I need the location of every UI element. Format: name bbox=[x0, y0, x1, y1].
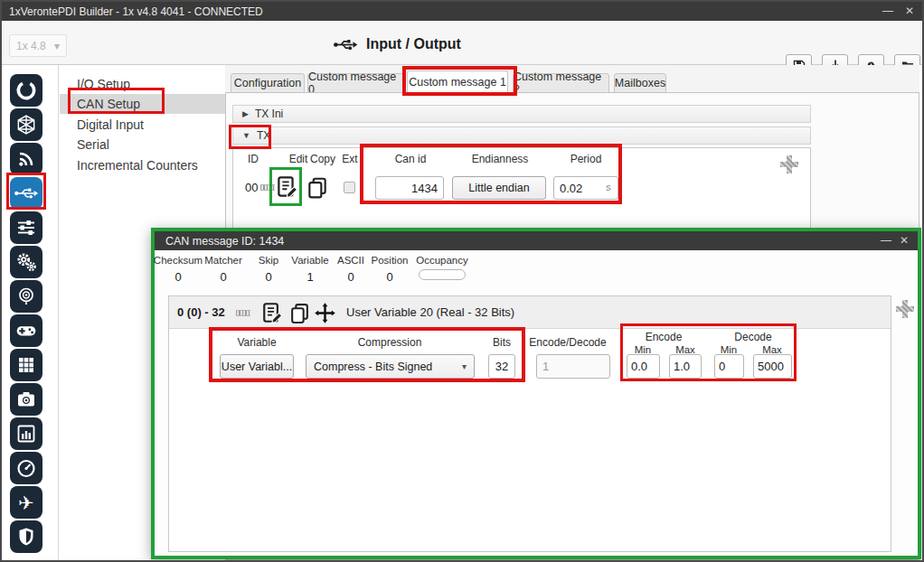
sidebar-item-camera[interactable] bbox=[10, 383, 42, 416]
sidebar-item-telemetry-viewer[interactable] bbox=[10, 417, 42, 450]
nav-item-io-setup[interactable]: I/O Setup bbox=[60, 74, 225, 94]
tab-mailboxes[interactable]: Mailboxes bbox=[614, 73, 666, 93]
section-tx-ini[interactable]: ▶ TX Ini bbox=[232, 105, 811, 123]
ext-checkbox[interactable] bbox=[344, 182, 355, 193]
sidebar-item-safety[interactable] bbox=[10, 520, 42, 553]
version-dropdown[interactable]: 1x 4.8 ▾ bbox=[9, 34, 67, 57]
sidebar-item-hil[interactable] bbox=[10, 452, 42, 484]
edit-icon bbox=[276, 173, 300, 201]
compression-select[interactable]: Compress - Bits Signed ▾ bbox=[306, 354, 475, 379]
edit-button[interactable] bbox=[276, 173, 300, 204]
usb-title-icon bbox=[333, 37, 358, 52]
encode-decode-label: Encode/Decode bbox=[529, 336, 606, 349]
compression-label: Compression bbox=[358, 336, 422, 349]
encode-min-input[interactable] bbox=[627, 354, 660, 379]
tab-custom-message-1[interactable]: Custom message 1 bbox=[407, 70, 508, 93]
decode-min-input[interactable] bbox=[714, 354, 744, 379]
can-id-input[interactable] bbox=[375, 176, 444, 200]
rss-icon bbox=[15, 148, 37, 170]
sidebar-item-telemetry[interactable] bbox=[10, 143, 42, 175]
stat-ascii-label: ASCII bbox=[337, 255, 364, 266]
window-minimize-icon[interactable]: — bbox=[877, 2, 899, 21]
copy-button[interactable] bbox=[306, 175, 329, 203]
sidebar-item-blocks[interactable] bbox=[10, 349, 42, 381]
endianness-button[interactable]: Little endian bbox=[452, 176, 546, 200]
variable-label: Variable bbox=[237, 336, 276, 349]
stat-position-value: 0 bbox=[386, 270, 392, 284]
row-id: 00 bbox=[245, 181, 258, 194]
encode-decode-input[interactable] bbox=[536, 354, 610, 379]
section-tx-label: TX bbox=[257, 129, 270, 142]
drag-handle[interactable] bbox=[260, 184, 275, 191]
decode-max-input[interactable] bbox=[753, 354, 792, 379]
window-title: 1xVerontePDI Builder - 1x v4.8 4041 - CO… bbox=[9, 5, 263, 18]
gears-icon bbox=[14, 250, 38, 274]
stat-variable-label: Variable bbox=[291, 255, 328, 266]
copy-icon bbox=[306, 175, 329, 200]
field-row-header: 0 (0) - 32 bbox=[169, 296, 891, 329]
app-header: 1x 4.8 ▾ Input / Output bbox=[2, 21, 922, 65]
copy-field-button[interactable] bbox=[288, 302, 311, 328]
period-unit: s bbox=[606, 182, 611, 192]
dialog-close-icon[interactable]: ✕ bbox=[894, 231, 914, 250]
add-tx-message-button[interactable] bbox=[780, 155, 798, 173]
move-field-button[interactable] bbox=[314, 302, 336, 328]
encode-max-input[interactable] bbox=[669, 354, 702, 379]
app-window: 1xVerontePDI Builder - 1x v4.8 4041 - CO… bbox=[0, 0, 924, 562]
sidebar-item-sphere[interactable] bbox=[10, 108, 42, 141]
sidebar-item-ring[interactable] bbox=[10, 74, 42, 107]
col-id: ID bbox=[248, 153, 259, 165]
bits-input[interactable] bbox=[488, 354, 515, 379]
nav-item-incremental-counters[interactable]: Incremental Counters bbox=[60, 155, 225, 175]
chevron-down-icon: ▾ bbox=[54, 40, 60, 52]
col-edit: Edit bbox=[289, 153, 308, 165]
sidebar-item-stick[interactable] bbox=[10, 314, 42, 347]
ring-icon bbox=[14, 79, 38, 102]
airplane-icon: ✈ bbox=[18, 493, 34, 512]
stat-occupancy-label: Occupancy bbox=[416, 255, 468, 266]
sidebar-item-comms[interactable] bbox=[10, 280, 42, 313]
add-field-button[interactable] bbox=[896, 300, 914, 318]
bits-label: Bits bbox=[493, 336, 511, 349]
col-endianness: Endianness bbox=[472, 153, 529, 165]
window-close-icon[interactable]: ✕ bbox=[899, 2, 920, 21]
version-label: 1x 4.8 bbox=[16, 40, 46, 52]
col-can-id: Can id bbox=[395, 153, 427, 165]
nav-item-serial[interactable]: Serial bbox=[60, 135, 225, 155]
field-container: 0 (0) - 32 bbox=[168, 295, 891, 552]
edit-icon bbox=[261, 301, 285, 325]
camera-icon bbox=[15, 389, 37, 410]
can-message-dialog: CAN message ID: 1434 — ✕ Checksum Matche… bbox=[151, 228, 921, 559]
stat-checksum-label: Checksum bbox=[154, 255, 203, 266]
stat-checksum-value: 0 bbox=[174, 270, 181, 284]
grid-icon bbox=[15, 354, 37, 376]
encode-label: Encode bbox=[646, 331, 683, 343]
nav-item-can-setup[interactable]: CAN Setup bbox=[60, 94, 225, 114]
tab-custom-message-0[interactable]: Custom message 0 bbox=[307, 73, 404, 93]
col-copy: Copy bbox=[310, 153, 335, 165]
dialog-titlebar[interactable]: CAN message ID: 1434 — ✕ bbox=[155, 231, 918, 250]
tab-custom-message-2[interactable]: Custom message 2 bbox=[513, 73, 609, 93]
stat-variable-value: 1 bbox=[306, 270, 313, 284]
sliders-icon bbox=[15, 217, 37, 239]
sidebar-item-control[interactable] bbox=[10, 211, 42, 244]
gauge-icon bbox=[15, 457, 37, 479]
dialog-minimize-icon[interactable]: — bbox=[876, 231, 896, 250]
nav-item-digital-input[interactable]: Digital Input bbox=[60, 115, 225, 135]
stat-ascii-value: 0 bbox=[347, 270, 354, 284]
sidebar-item-input-output[interactable] bbox=[10, 177, 42, 210]
usb-icon bbox=[14, 185, 39, 201]
section-tx[interactable]: ▼ TX bbox=[232, 126, 811, 145]
tab-configuration[interactable]: Configuration bbox=[231, 73, 305, 93]
chevron-down-icon: ▾ bbox=[462, 361, 467, 371]
stat-position-label: Position bbox=[372, 255, 409, 266]
drag-handle[interactable] bbox=[236, 310, 250, 316]
sidebar-item-automations[interactable] bbox=[10, 246, 42, 278]
collapsed-arrow-icon: ▶ bbox=[242, 109, 249, 118]
sidebar-item-flight[interactable]: ✈ bbox=[10, 486, 42, 519]
compression-value: Compress - Bits Signed bbox=[314, 361, 432, 373]
field-range: 0 (0) - 32 bbox=[177, 305, 225, 319]
section-tx-ini-label: TX Ini bbox=[255, 108, 283, 120]
edit-field-button[interactable] bbox=[261, 301, 285, 329]
variable-button[interactable]: User Variabl... bbox=[220, 354, 294, 379]
